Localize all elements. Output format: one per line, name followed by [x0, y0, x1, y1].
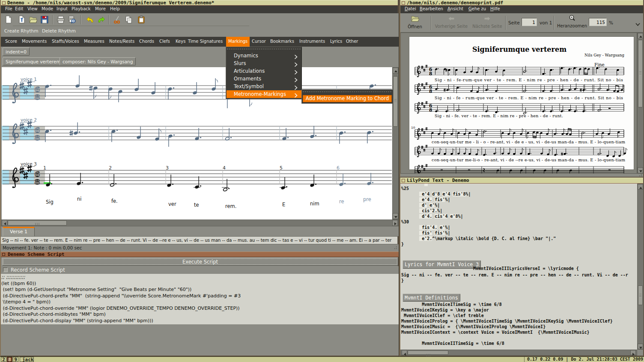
scroll-up-arrow[interactable]	[638, 33, 643, 39]
pdf-vscroll-thumb[interactable]	[638, 40, 643, 107]
score-title-button[interactable]: Signiferumque verterem	[3, 57, 64, 65]
tearoff-line[interactable]	[303, 92, 391, 92]
canvas-vscrollbar[interactable]	[392, 67, 399, 220]
menu-bearbeiten[interactable]: Bearbeiten	[420, 6, 443, 11]
lily-titlebar[interactable]: LilyPond Text - Denemo	[400, 178, 643, 184]
menu-item-dynamics[interactable]: Dynamics	[227, 52, 301, 59]
menu-item-textsymbol[interactable]: Text/Symbol	[227, 83, 301, 90]
canvas-hscroll-thumb[interactable]	[8, 220, 67, 226]
zoom-level-input[interactable]	[589, 18, 607, 26]
command-menu-movements[interactable]: Movements	[22, 37, 47, 47]
scheme-panel-titlebar[interactable]: Denemo Scheme Script	[1, 252, 399, 257]
menu-item-metronomemarkings[interactable]: Metronome-Markings	[227, 90, 301, 98]
scroll-down-arrow[interactable]	[638, 167, 643, 173]
record-checkbox-label[interactable]: Record Scheme Script	[11, 267, 65, 273]
command-menu-cursor[interactable]: Cursor	[252, 37, 266, 47]
command-menu-markings[interactable]: Markings	[226, 37, 250, 47]
toolbar-overflow-button[interactable]	[635, 20, 641, 28]
note[interactable]	[134, 79, 139, 92]
scroll-up-arrow[interactable]	[638, 184, 643, 190]
command-menu-instruments[interactable]: Instruments	[299, 37, 325, 47]
note[interactable]	[310, 175, 316, 187]
menu-help[interactable]: Help	[110, 6, 120, 11]
verse-tab[interactable]: Verse 1	[3, 227, 35, 236]
lily-vscrollbar[interactable]	[637, 184, 644, 350]
copy-button[interactable]	[125, 15, 133, 24]
delete-rhythm-button[interactable]: Delete Rhythm	[42, 28, 76, 33]
taskbar-app-jack[interactable]: jack	[20, 357, 34, 362]
open-folder-button[interactable]	[29, 15, 37, 24]
menu-item-add-metronome-marking[interactable]: Add Metronome Marking to Chord	[303, 95, 392, 102]
undo-button[interactable]	[86, 15, 95, 24]
scheme-script-editor[interactable]: ;; ;;;;;;;;;;;;(let ((bpm 60)) (set! bpm…	[1, 274, 399, 324]
menu-mode[interactable]: Mode	[42, 6, 53, 11]
next-page-button[interactable]: Nächste Seite	[470, 15, 504, 32]
scroll-right-arrow[interactable]	[630, 350, 636, 355]
menu-gehezu[interactable]: Gehe zu	[468, 6, 486, 11]
previous-page-button[interactable]: Vorherige Seite	[433, 15, 470, 32]
scroll-left-arrow[interactable]	[402, 350, 407, 355]
note[interactable]	[367, 173, 373, 186]
scroll-left-arrow[interactable]	[2, 220, 7, 226]
command-menu-lyrics[interactable]: Lyrics	[330, 37, 342, 47]
command-menu-measures[interactable]: Measures	[84, 37, 104, 47]
lily-hscroll-thumb[interactable]	[408, 350, 448, 355]
indent-button[interactable]: indent=0	[3, 47, 30, 56]
create-rhythm-button[interactable]: Create Rhythm	[4, 28, 38, 33]
note[interactable]	[339, 174, 346, 187]
workspace-button-9[interactable]: 9	[13, 357, 18, 362]
command-menu-timesignatures[interactable]: Time Signatures	[188, 37, 223, 47]
denemo-titlebar[interactable]: Denemo - /home/nils/wacost-svn/denemo/20…	[1, 0, 398, 6]
scroll-up-arrow[interactable]	[393, 68, 398, 74]
composer-button[interactable]: composer: Nils Gey - Wargsang	[60, 57, 136, 65]
scroll-down-arrow[interactable]	[393, 213, 398, 219]
menu-item-articulations[interactable]: Articulations	[227, 67, 301, 75]
menu-more[interactable]: More	[95, 6, 106, 11]
lily-vscroll-thumb[interactable]	[638, 285, 643, 305]
save-button[interactable]	[40, 15, 49, 24]
lyrics-voice3-section-button[interactable]: Lyrics for MvmntI Voice 3	[402, 260, 481, 269]
tearoff-line[interactable]	[227, 49, 301, 49]
note[interactable]	[280, 177, 287, 190]
verse-lyrics-line[interactable]: Sig -- ni -- fe. ver -- te -- rem. E -- …	[1, 236, 398, 244]
note[interactable]	[89, 85, 98, 99]
command-menu-score[interactable]: Score	[5, 37, 17, 47]
menu-hilfe[interactable]: Hilfe	[490, 6, 500, 11]
note[interactable]	[155, 128, 161, 141]
menu-playback[interactable]: Playback	[72, 6, 91, 11]
new-document-button[interactable]	[4, 15, 13, 24]
command-menu-chords[interactable]: Chords	[139, 37, 154, 47]
lily-hscrollbar[interactable]	[400, 350, 637, 356]
menu-view[interactable]: View	[27, 6, 38, 11]
zoom-in-button[interactable]: Heranzoomen	[557, 14, 587, 32]
note[interactable]	[367, 131, 373, 143]
note[interactable]	[192, 82, 197, 95]
note[interactable]	[76, 173, 83, 186]
menu-input[interactable]: Input	[57, 6, 68, 11]
open-button[interactable]: Öffnen	[405, 15, 424, 32]
note[interactable]	[168, 134, 175, 147]
note[interactable]	[70, 122, 80, 136]
pdf-titlebar[interactable]: /home/nils/.denemo/denemoprint.pdf	[400, 0, 643, 6]
note[interactable]	[194, 176, 201, 189]
menu-datei[interactable]: Datei	[405, 6, 416, 11]
menu-item-ornaments[interactable]: Ornaments	[227, 75, 301, 83]
scroll-down-arrow[interactable]	[638, 344, 643, 349]
lilypond-text-editor[interactable]: %25 e'4 d'8 e'4 fis'8%| e'4. fis'%| d' e…	[400, 184, 637, 350]
command-menu-other[interactable]: Other	[346, 37, 358, 47]
menu-ansicht[interactable]: Ansicht	[447, 6, 463, 11]
execute-script-button[interactable]: Execute Script	[2, 258, 398, 266]
command-menu-notesrests[interactable]: Notes/Rests	[109, 37, 134, 47]
workspace-button-2[interactable]: 2	[1, 357, 6, 362]
canvas-vscroll-thumb[interactable]	[393, 76, 398, 127]
mvmnt1-definitions-section-button[interactable]: MvmntI Definitions	[402, 294, 460, 302]
print-preview-button[interactable]	[68, 15, 76, 24]
command-menu-clefs[interactable]: Clefs	[159, 37, 170, 47]
canvas-hscrollbar[interactable]	[1, 220, 399, 226]
note[interactable]	[75, 75, 80, 88]
note[interactable]	[45, 84, 51, 97]
command-menu-keys[interactable]: Keys	[176, 37, 185, 47]
command-menu-bookmarks[interactable]: Bookmarks	[270, 37, 294, 47]
note[interactable]	[167, 175, 173, 187]
menu-item-slurs[interactable]: Slurs	[227, 59, 301, 67]
